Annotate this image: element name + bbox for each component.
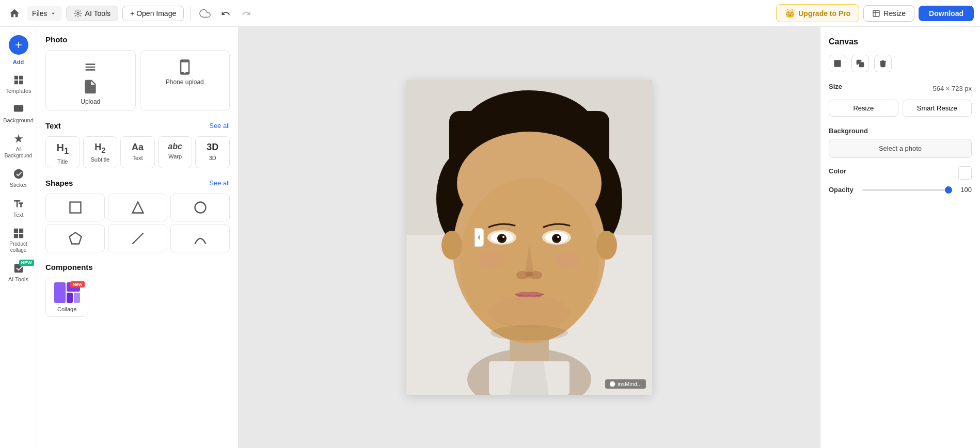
- resize-buttons: Resize Smart Resize: [829, 100, 972, 117]
- pentagon-shape[interactable]: [45, 225, 105, 252]
- components-grid: New Collage: [45, 278, 230, 317]
- sidebar-item-sticker[interactable]: Sticker: [2, 164, 35, 193]
- select-photo-button[interactable]: Select a photo: [829, 139, 972, 158]
- 3d-icon: 3D: [207, 142, 218, 153]
- separator-1: [190, 6, 191, 21]
- download-button[interactable]: Download: [919, 6, 974, 21]
- svg-point-40: [596, 231, 617, 260]
- size-value: 564 × 723 px: [932, 85, 972, 92]
- curved-line-shape[interactable]: [170, 225, 230, 252]
- upgrade-button[interactable]: 👑 Upgrade to Pro: [776, 4, 859, 22]
- photo-grid: Upload Phone upload: [45, 50, 230, 111]
- shapes-grid: [45, 194, 230, 252]
- svg-point-45: [610, 381, 615, 387]
- line-shape[interactable]: [108, 225, 167, 252]
- svg-point-0: [77, 12, 79, 14]
- sidebar-item-background[interactable]: Background: [2, 100, 35, 128]
- triangle-shape[interactable]: [108, 194, 167, 221]
- text-section-header: Text See all: [45, 121, 230, 130]
- text-subtitle-item[interactable]: H2 Subtitle: [83, 136, 118, 168]
- phone-upload-label: Phone upload: [166, 78, 204, 86]
- delete-action-button[interactable]: [874, 55, 892, 72]
- svg-point-42: [479, 251, 504, 270]
- ai-background-label: AI Background: [4, 147, 33, 159]
- main-area: Add Templates Background AI Background S…: [0, 27, 980, 448]
- svg-line-7: [132, 233, 143, 244]
- frame-action-button[interactable]: [829, 55, 846, 72]
- topbar: Files AI Tools + Open Image 👑 Upgrade to…: [0, 0, 980, 27]
- sidebar-item-ai-tools[interactable]: AI Tools NEW: [2, 259, 35, 287]
- undo-button[interactable]: [217, 5, 234, 22]
- watermark-text: insMind...: [618, 381, 642, 387]
- smart-resize-button[interactable]: Smart Resize: [903, 100, 972, 117]
- left-nav: Add Templates Background AI Background S…: [0, 27, 37, 448]
- phone-upload-item[interactable]: Phone upload: [140, 50, 230, 111]
- text-warp-item[interactable]: abc Warp: [158, 136, 193, 168]
- svg-rect-11: [74, 293, 80, 303]
- canvas-inner[interactable]: insMind...: [406, 80, 652, 395]
- circle-shape[interactable]: [170, 194, 230, 221]
- sidebar-item-templates[interactable]: Templates: [2, 70, 35, 99]
- redo-button[interactable]: [238, 5, 255, 22]
- components-section-title: Components: [45, 263, 93, 271]
- svg-rect-3: [70, 202, 81, 213]
- ai-tools-label: AI Tools: [85, 9, 111, 18]
- shapes-section-header: Shapes See all: [45, 179, 230, 187]
- text-label: Text: [13, 212, 23, 218]
- sticker-label: Sticker: [10, 182, 27, 188]
- sidebar-item-text[interactable]: Text: [2, 194, 35, 222]
- warp-icon: abc: [168, 142, 182, 151]
- opacity-label: Opacity: [829, 186, 857, 194]
- resize-label: Resize: [883, 9, 906, 18]
- background-label: Background: [3, 117, 34, 124]
- text-title-item[interactable]: H1 Title: [45, 136, 80, 168]
- size-row: Size 564 × 723 px: [829, 83, 972, 94]
- opacity-value: 100: [957, 186, 972, 194]
- color-row: Color: [829, 166, 972, 180]
- new-badge: New: [70, 281, 85, 287]
- upload-item[interactable]: Upload: [45, 50, 136, 111]
- subtitle-label: Subtitle: [91, 156, 110, 163]
- watermark: insMind...: [605, 379, 646, 389]
- upgrade-label: Upgrade to Pro: [798, 9, 850, 18]
- warp-label: Warp: [168, 153, 182, 159]
- photo-section-title: Photo: [45, 35, 68, 44]
- svg-point-38: [488, 297, 571, 328]
- opacity-slider[interactable]: [862, 189, 952, 191]
- sidebar-item-product-collage[interactable]: Product collage: [2, 223, 35, 258]
- resize-button-top[interactable]: Resize: [863, 5, 914, 22]
- svg-point-39: [441, 231, 462, 260]
- shapes-see-all[interactable]: See all: [209, 179, 230, 187]
- side-panel: Photo Upload Phone upload Text See all: [37, 27, 239, 448]
- collapse-panel-button[interactable]: [475, 228, 484, 247]
- text-see-all[interactable]: See all: [209, 122, 230, 130]
- right-panel: Canvas Size 564 × 723 px Resize Smart Re…: [820, 27, 980, 448]
- photo-section: Photo Upload Phone upload: [45, 35, 230, 111]
- svg-point-34: [557, 236, 559, 238]
- ai-tools-badge: NEW: [19, 260, 34, 266]
- cloud-save-button[interactable]: [197, 5, 213, 22]
- components-section: Components New Collage: [45, 263, 230, 317]
- svg-rect-10: [67, 293, 73, 303]
- text-3d-item[interactable]: 3D 3D: [195, 136, 230, 168]
- square-shape[interactable]: [45, 194, 105, 221]
- nav-add[interactable]: Add: [2, 31, 35, 69]
- text-text-item[interactable]: Aa Text: [120, 136, 155, 168]
- collage-component[interactable]: New Collage: [45, 278, 88, 317]
- files-label: Files: [32, 9, 48, 18]
- background-section: Background Select a photo: [829, 127, 972, 158]
- resize-canvas-button[interactable]: Resize: [829, 100, 898, 117]
- opacity-row: Opacity 100: [829, 186, 972, 194]
- color-swatch[interactable]: [958, 166, 972, 180]
- color-label: Color: [829, 167, 846, 175]
- home-button[interactable]: [6, 5, 23, 22]
- open-image-button[interactable]: + Open Image: [122, 6, 184, 21]
- copy-action-button[interactable]: [851, 55, 869, 72]
- svg-point-37: [525, 271, 533, 277]
- shapes-section: Shapes See all: [45, 179, 230, 252]
- files-menu[interactable]: Files: [27, 6, 62, 21]
- ai-tools-button[interactable]: AI Tools: [66, 6, 119, 21]
- sidebar-item-ai-background[interactable]: AI Background: [2, 129, 35, 163]
- svg-rect-2: [13, 105, 23, 112]
- text-section: Text See all H1 Title H2 Subtitle Aa Tex…: [45, 121, 230, 168]
